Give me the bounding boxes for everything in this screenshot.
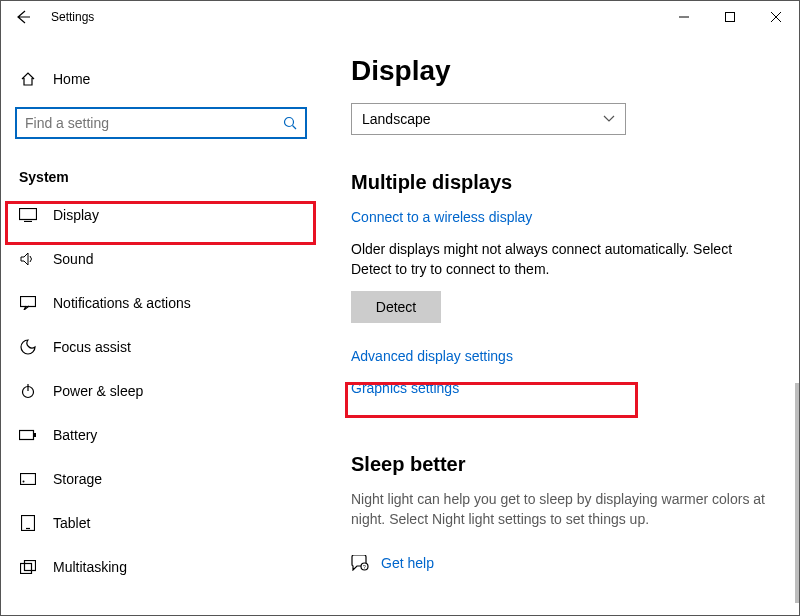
titlebar: Settings	[1, 1, 799, 33]
svg-text:?: ?	[363, 564, 366, 570]
svg-rect-10	[34, 433, 36, 437]
svg-rect-9	[20, 431, 34, 440]
battery-icon	[19, 429, 37, 441]
graphics-settings-link[interactable]: Graphics settings	[351, 380, 459, 396]
sidebar-item-sound[interactable]: Sound	[1, 237, 321, 281]
sidebar-item-notifications[interactable]: Notifications & actions	[1, 281, 321, 325]
sound-icon	[19, 252, 37, 266]
storage-icon	[19, 473, 37, 485]
sidebar-item-label: Power & sleep	[53, 383, 143, 399]
main-content: Display Landscape Multiple displays Conn…	[321, 33, 799, 615]
sidebar-item-focus-assist[interactable]: Focus assist	[1, 325, 321, 369]
page-title: Display	[351, 55, 787, 87]
sidebar-item-tablet[interactable]: Tablet	[1, 501, 321, 545]
home-icon	[19, 71, 37, 87]
svg-rect-4	[20, 209, 37, 220]
search-input[interactable]	[15, 107, 307, 139]
multiple-displays-heading: Multiple displays	[351, 171, 787, 194]
sidebar-item-storage[interactable]: Storage	[1, 457, 321, 501]
minimize-button[interactable]	[661, 1, 707, 33]
connect-wireless-link[interactable]: Connect to a wireless display	[351, 209, 532, 225]
scrollbar[interactable]	[795, 383, 799, 603]
sidebar-item-label: Sound	[53, 251, 93, 267]
svg-rect-6	[21, 297, 36, 307]
window-title: Settings	[51, 10, 94, 24]
svg-line-3	[293, 126, 297, 130]
tablet-icon	[19, 515, 37, 531]
sidebar-item-label: Focus assist	[53, 339, 131, 355]
sidebar-item-display[interactable]: Display	[1, 193, 321, 237]
svg-rect-15	[21, 564, 32, 574]
search-wrap	[15, 107, 307, 139]
sidebar-item-label: Tablet	[53, 515, 90, 531]
sidebar-item-label: Battery	[53, 427, 97, 443]
help-icon: ?	[351, 555, 369, 571]
sidebar: Home System Display	[1, 33, 321, 615]
notifications-icon	[19, 296, 37, 310]
titlebar-left: Settings	[15, 9, 94, 25]
window-body: Home System Display	[1, 33, 799, 615]
sidebar-item-multitasking[interactable]: Multitasking	[1, 545, 321, 589]
advanced-display-link[interactable]: Advanced display settings	[351, 348, 513, 364]
power-icon	[19, 383, 37, 399]
chevron-down-icon	[603, 115, 615, 123]
window-controls	[661, 1, 799, 33]
settings-window: Settings Home	[0, 0, 800, 616]
svg-point-2	[285, 118, 294, 127]
orientation-value: Landscape	[362, 111, 431, 127]
sidebar-item-label: Multitasking	[53, 559, 127, 575]
category-label: System	[19, 169, 321, 185]
detect-button[interactable]: Detect	[351, 291, 441, 323]
sidebar-item-battery[interactable]: Battery	[1, 413, 321, 457]
sleep-better-heading: Sleep better	[351, 453, 787, 476]
orientation-dropdown[interactable]: Landscape	[351, 103, 626, 135]
get-help-row[interactable]: ? Get help	[351, 555, 787, 571]
sidebar-item-label: Notifications & actions	[53, 295, 191, 311]
back-icon[interactable]	[15, 9, 31, 25]
sidebar-item-label: Display	[53, 207, 99, 223]
multitasking-icon	[19, 560, 37, 574]
home-link[interactable]: Home	[1, 61, 321, 97]
sleep-better-desc: Night light can help you get to sleep by…	[351, 490, 771, 529]
maximize-button[interactable]	[707, 1, 753, 33]
svg-point-12	[23, 481, 25, 483]
search-field[interactable]	[25, 115, 283, 131]
older-displays-text: Older displays might not always connect …	[351, 240, 771, 279]
search-icon	[283, 116, 297, 130]
sidebar-item-power-sleep[interactable]: Power & sleep	[1, 369, 321, 413]
get-help-link[interactable]: Get help	[381, 555, 434, 571]
svg-rect-11	[21, 474, 36, 485]
close-button[interactable]	[753, 1, 799, 33]
sidebar-item-label: Storage	[53, 471, 102, 487]
focus-assist-icon	[19, 339, 37, 355]
svg-rect-1	[726, 13, 735, 22]
home-label: Home	[53, 71, 90, 87]
svg-rect-16	[25, 561, 36, 571]
display-icon	[19, 208, 37, 222]
